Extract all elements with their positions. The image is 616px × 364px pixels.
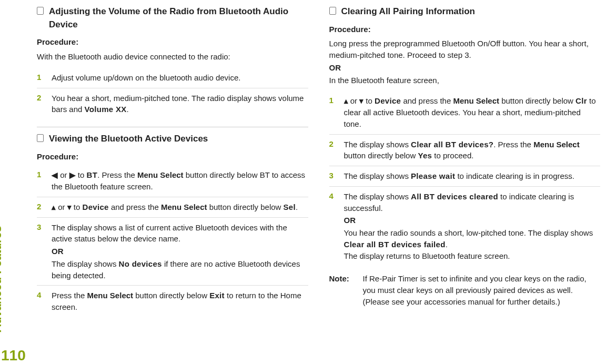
right-column: Clearing All Pairing Information Procedu… — [329, 2, 601, 317]
section-heading-viewing: Viewing the Bluetooth Active Devices — [37, 133, 308, 146]
menu-label: Menu Select — [453, 96, 499, 105]
intro-text: In the Bluetooth feature screen, — [329, 76, 439, 85]
left-column: Adjusting the Volume of the Radio from B… — [37, 2, 308, 317]
step-text: button directly below — [133, 291, 209, 300]
step-text: to proceed. — [432, 151, 473, 160]
step-text: Press the — [52, 291, 87, 300]
content-columns: Adjusting the Volume of the Radio from B… — [0, 0, 616, 322]
step-item: You hear a short, medium-pitched tone. T… — [37, 88, 308, 120]
book-icon — [37, 7, 44, 15]
step-text: . — [296, 203, 298, 211]
step-item: The display shows Please wait to indicat… — [329, 166, 601, 187]
section-divider — [37, 127, 308, 127]
page-number: 110 — [1, 347, 26, 364]
procedure-label: Procedure: — [329, 24, 601, 35]
procedure-label: Procedure: — [37, 151, 308, 163]
steps-list: ▴ or ▾ to Device and press the Menu Sele… — [329, 91, 601, 266]
or-label: OR — [52, 246, 308, 257]
intro-text: Long press the preprogrammed Bluetooth O… — [329, 39, 589, 59]
section-title: Clearing All Pairing Information — [341, 5, 475, 18]
step-item: The display shows a list of current acti… — [37, 218, 308, 286]
menu-label: Menu Select — [87, 291, 134, 300]
display-text: Clr — [575, 96, 587, 105]
step-text: or — [56, 203, 67, 211]
step-text: You hear the radio sounds a short, low-p… — [344, 228, 593, 237]
arrow-up-icon: ▴ — [344, 96, 348, 105]
procedure-label: Procedure: — [37, 36, 308, 48]
step-text: . Press the — [97, 170, 137, 179]
menu-label: Menu Select — [161, 203, 207, 211]
step-item: Press the Menu Select button directly be… — [37, 286, 308, 317]
step-text: . Press the — [493, 140, 533, 149]
step-text: The display shows — [52, 259, 119, 268]
step-text: and press the — [109, 203, 161, 211]
step-text: The display shows — [344, 171, 411, 180]
step-text: The display shows — [344, 140, 411, 149]
note-label: Note: — [329, 273, 355, 307]
arrow-down-icon: ▾ — [67, 203, 72, 211]
display-text: Clear all BT devices failed — [344, 240, 446, 249]
or-label: OR — [329, 62, 601, 74]
display-text: No devices — [119, 259, 162, 268]
step-text: . — [127, 105, 129, 114]
step-text: to — [363, 96, 375, 105]
step-item: The display shows Clear all BT devices?.… — [329, 135, 601, 167]
display-text: Yes — [418, 151, 432, 160]
or-label: OR — [344, 215, 601, 226]
procedure-intro: Long press the preprogrammed Bluetooth O… — [329, 38, 601, 86]
arrow-left-icon: ◀ — [52, 170, 58, 179]
step-text: to — [76, 170, 87, 179]
note-body: If Re-Pair Timer is set to infinite and … — [363, 273, 601, 307]
arrow-up-icon: ▴ — [52, 203, 56, 211]
book-icon — [329, 7, 336, 15]
display-text: Device — [83, 203, 109, 211]
display-text: All BT devices cleared — [411, 192, 498, 201]
step-text: or — [348, 96, 360, 105]
step-text: The display shows a list of current acti… — [52, 223, 287, 244]
steps-list: ◀ or ▶ to BT. Press the Menu Select butt… — [37, 165, 308, 317]
step-text: The display returns to Bluetooth feature… — [344, 251, 510, 260]
step-text: The display shows — [344, 192, 411, 201]
menu-label: Menu Select — [137, 170, 184, 179]
step-text: . — [446, 240, 448, 249]
step-item: ◀ or ▶ to BT. Press the Menu Select butt… — [37, 165, 308, 197]
menu-label: Menu Select — [533, 140, 580, 149]
section-title: Viewing the Bluetooth Active Devices — [49, 133, 208, 146]
step-text: to indicate clearing is in progress. — [455, 171, 574, 180]
step-text: Adjust volume up/down on the bluetooth a… — [52, 73, 240, 82]
display-text: Clear all BT devices? — [411, 140, 493, 149]
section-heading-volume: Adjusting the Volume of the Radio from B… — [37, 5, 308, 31]
step-text: button directly below — [344, 151, 418, 160]
step-text: to — [72, 203, 83, 211]
step-item: ▴ or ▾ to Device and press the Menu Sele… — [329, 91, 601, 134]
step-text: button directly below — [499, 96, 575, 105]
display-text: Sel — [284, 203, 296, 211]
section-side-label: Advanced Features — [0, 226, 4, 332]
section-title: Adjusting the Volume of the Radio from B… — [49, 5, 308, 31]
steps-list: Adjust volume up/down on the bluetooth a… — [37, 68, 308, 119]
arrow-down-icon: ▾ — [359, 96, 363, 105]
step-text: button directly below — [207, 203, 283, 211]
section-heading-clearing: Clearing All Pairing Information — [329, 5, 601, 18]
procedure-intro: With the Bluetooth audio device connecte… — [37, 51, 308, 63]
display-text: BT — [87, 170, 98, 179]
step-text: and press the — [401, 96, 453, 105]
step-item: ▴ or ▾ to Device and press the Menu Sele… — [37, 197, 308, 218]
step-item: Adjust volume up/down on the bluetooth a… — [37, 68, 308, 88]
step-item: The display shows All BT devices cleared… — [329, 187, 601, 266]
display-text: Please wait — [411, 171, 455, 180]
display-text: Volume XX — [85, 105, 127, 114]
step-text: or — [58, 170, 69, 179]
display-text: Device — [375, 96, 401, 105]
note-block: Note: If Re-Pair Timer is set to infinit… — [329, 273, 601, 307]
display-text: Exit — [209, 291, 225, 300]
arrow-right-icon: ▶ — [69, 170, 76, 179]
book-icon — [37, 134, 44, 142]
